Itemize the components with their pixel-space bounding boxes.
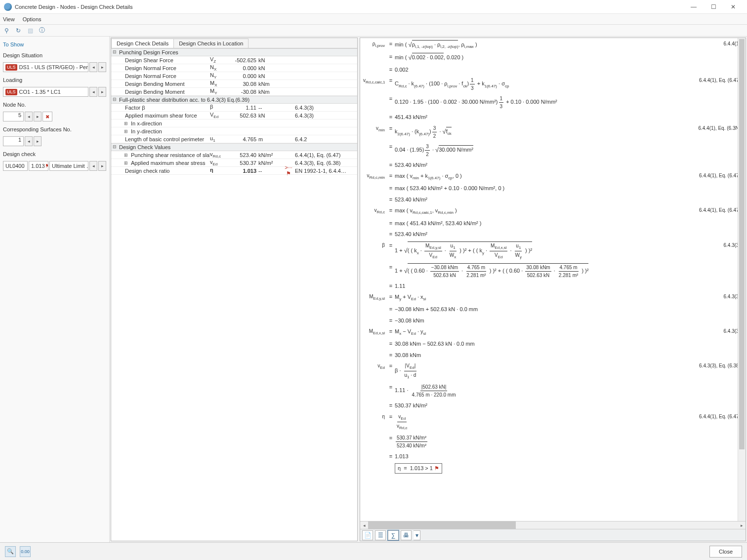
table-row[interactable]: In y-direction: [111, 127, 357, 135]
dc-desc-dropdown[interactable]: Ultimate Limit … ⌄: [49, 161, 88, 171]
refresh-icon[interactable]: ↻: [14, 26, 23, 35]
group-header[interactable]: Full-plastic shear distribution acc. to …: [111, 96, 357, 104]
table-row[interactable]: Applied maximum shear stress vEd 530.37 …: [111, 159, 357, 167]
next-surface-button[interactable]: ▸: [34, 136, 42, 146]
app-icon: [4, 3, 12, 11]
formula-icon[interactable]: ∑: [388, 530, 399, 540]
calculation-scroll[interactable]: ρl,prov= min ( √ρl,1, -z(top) · ρl,2, -z…: [360, 38, 746, 521]
table-row[interactable]: Length of basic control perimeter u1 4.7…: [111, 135, 357, 143]
table-row[interactable]: Design Shear Force VZ -502.625 kN: [111, 56, 357, 64]
next-node-button[interactable]: ▸: [34, 112, 42, 121]
toolbar: ⚲ ↻ ▧ ⓘ: [0, 25, 747, 37]
design-situation-dropdown[interactable]: ULS DS1 - ULS (STR/GEO) - Permane…: [3, 62, 88, 72]
surfaces-input[interactable]: 1: [3, 136, 24, 146]
new-page-icon[interactable]: 📄: [362, 530, 373, 540]
uls-badge: ULS: [5, 64, 17, 71]
uls-badge-2: ULS: [5, 89, 17, 95]
table-row[interactable]: In x-direction: [111, 120, 357, 127]
surfaces-label: Corresponding Surfaces No.: [3, 126, 106, 132]
tab-design-check-details[interactable]: Design Check Details: [111, 39, 174, 48]
decimals-icon[interactable]: 0.00: [20, 546, 31, 557]
menu-options[interactable]: Options: [23, 16, 42, 22]
loading-dropdown[interactable]: ULS CO1 - 1.35 * LC1: [3, 87, 88, 97]
close-button[interactable]: Close: [709, 546, 742, 558]
loading-label: Loading: [3, 77, 106, 83]
help-icon[interactable]: ⓘ: [38, 26, 46, 35]
prev-surface-button[interactable]: ◂: [25, 136, 33, 146]
dc-code: UL0400: [3, 161, 28, 171]
next-loading-button[interactable]: ▸: [98, 87, 106, 97]
horizontal-scrollbar[interactable]: ◂▸: [360, 521, 746, 529]
table-row[interactable]: Factor β β 1.11 -- 6.4.3(3): [111, 104, 357, 112]
print-icon[interactable]: 🖶: [401, 530, 412, 540]
design-situation-label: Design Situation: [3, 52, 106, 58]
sidebar: To Show Design Situation ULS DS1 - ULS (…: [0, 37, 110, 542]
node-no-label: Node No.: [3, 102, 106, 108]
prev-loading-button[interactable]: ◂: [89, 87, 97, 97]
table-row[interactable]: Applied maximum shear force VEd 502.63 k…: [111, 112, 357, 120]
next-dc-button[interactable]: ▸: [98, 161, 106, 171]
design-check-label: Design check: [3, 151, 106, 157]
tab-design-checks-location[interactable]: Design Checks in Location: [173, 39, 249, 48]
title-bar: Concrete Design - Nodes - Design Check D…: [0, 0, 747, 14]
calculation-pane: ρl,prov= min ( √ρl,1, -z(top) · ρl,2, -z…: [360, 38, 746, 541]
minimize-button[interactable]: —: [684, 0, 704, 14]
filter-icon[interactable]: ⚲: [2, 26, 11, 35]
design-check-table: Design Check Details Design Checks in Lo…: [111, 38, 358, 541]
to-show-heading: To Show: [3, 41, 106, 47]
clear-node-button[interactable]: ✖︎: [42, 112, 52, 121]
list-icon[interactable]: ☰: [375, 530, 386, 540]
footer: 🔍 0.00 Close: [0, 542, 747, 560]
group-header[interactable]: Punching Design Forces: [111, 48, 357, 56]
calc-toolbar: 📄 ☰ ∑ 🖶 ▾: [360, 529, 746, 541]
dc-ratio: 1.013 ⚑: [29, 161, 48, 171]
group-header[interactable]: Design Check Values: [111, 143, 357, 151]
export-icon: ▧: [26, 26, 35, 35]
next-design-situation-button[interactable]: ▸: [98, 62, 106, 72]
table-row[interactable]: Design check ratio η 1.013 -- >··· ⚑ EN …: [111, 167, 357, 175]
node-no-input[interactable]: 5: [3, 112, 24, 121]
table-row[interactable]: Design Normal Force NX 0.000 kN: [111, 64, 357, 72]
prev-design-situation-button[interactable]: ◂: [89, 62, 97, 72]
table-row[interactable]: Design Normal Force NY 0.000 kN: [111, 72, 357, 80]
menu-bar: View Options: [0, 14, 747, 25]
maximize-button[interactable]: ☐: [704, 0, 723, 14]
print-dropdown-icon[interactable]: ▾: [414, 530, 420, 540]
window-title: Concrete Design - Nodes - Design Check D…: [15, 4, 684, 10]
prev-node-button[interactable]: ◂: [25, 112, 33, 121]
prev-dc-button[interactable]: ◂: [89, 161, 97, 171]
vertical-scrollbar[interactable]: [738, 38, 746, 521]
table-row[interactable]: Punching shear resistance of slab witho……: [111, 151, 357, 159]
menu-view[interactable]: View: [3, 16, 15, 22]
close-window-button[interactable]: ✕: [723, 0, 743, 14]
table-row[interactable]: Design Bending Moment MY -30.08 kNm: [111, 88, 357, 96]
table-row[interactable]: Design Bending Moment MX 30.08 kNm: [111, 80, 357, 88]
units-icon[interactable]: 🔍: [5, 546, 16, 557]
